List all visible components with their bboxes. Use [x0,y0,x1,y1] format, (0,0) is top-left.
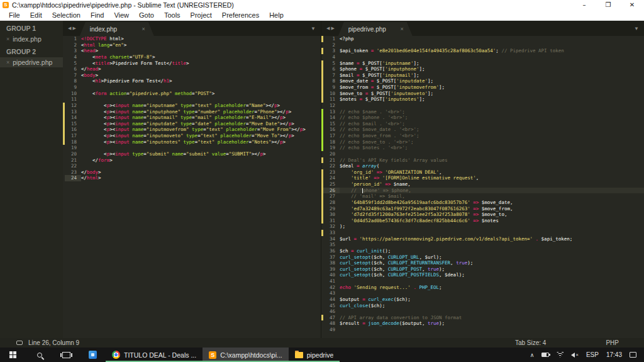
code-line[interactable]: 19 [63,145,321,151]
tab-close-icon[interactable]: × [401,26,408,32]
action-center-icon[interactable] [630,352,636,358]
code-line[interactable]: 47// API array data convertion to JSON f… [321,315,644,321]
code-line[interactable]: 23 'org_id' => 'ORGANIZATION DEAL', [321,169,644,176]
code-line[interactable]: 17// echo $move_from . '<br>'; [321,133,644,139]
code-line[interactable]: 2<html lang="en"> [63,42,321,48]
code-line[interactable]: 48$result = json_decode($output, true); [321,320,644,327]
code-line[interactable]: 8 <h1>Pipedrive Form Test</h1> [63,78,321,84]
tab-list-dropdown-icon[interactable]: ▼ [311,26,316,31]
wifi-icon[interactable] [557,352,564,358]
tab-close-icon[interactable]: × [142,26,149,32]
code-line[interactable]: 33 [321,230,644,236]
menu-help[interactable]: Help [264,11,289,19]
tray-expand-icon[interactable]: ∧ [530,352,535,358]
menu-goto[interactable]: Goto [134,11,159,19]
taskbar-chrome-button[interactable]: TITULO DEAL - Deals ... [106,348,203,362]
code-line[interactable]: 10$move_to = $_POST['inputmoveto']; [321,91,644,97]
volume-muted-icon[interactable]: × [571,352,579,358]
code-line[interactable]: 22 [63,163,321,169]
code-line[interactable]: 14 <p><input name="inputmail" type="mail… [63,115,321,121]
language-indicator[interactable]: ESP [586,351,599,358]
taskbar-sublime-button[interactable]: S C:\xampp\htdocs\pi... [203,348,289,362]
code-line[interactable]: 31 '0d4d52ad0be57436fc3df7c8adecf825bb44… [321,218,644,224]
code-line[interactable]: 7<body> [63,72,321,79]
code-line[interactable]: 37curl_setopt($ch, CURLOPT_URL, $url); [321,254,644,261]
code-line[interactable]: 45curl_close($ch); [321,303,644,309]
search-button[interactable] [26,348,53,362]
code-line[interactable]: 29 'ed7a32489c63a1f9972f2eabc83047f08761… [321,206,644,212]
code-line[interactable]: 39curl_setopt($ch, CURLOPT_POST, true); [321,266,644,273]
code-line[interactable]: 11 [63,96,321,103]
tab-list-dropdown-icon[interactable]: ▼ [634,26,639,31]
code-line[interactable]: 28 '64b859f1dd2d8be426a95619aafc6bdc8305… [321,200,644,206]
code-line[interactable]: 36$ch = curl_init(); [321,248,644,254]
menu-preferences[interactable]: Preferences [217,11,264,19]
code-line[interactable]: 12 [321,103,644,109]
code-line[interactable]: 44$output = curl_exec($ch); [321,297,644,303]
task-view-button[interactable] [53,348,79,362]
menu-project[interactable]: Project [186,11,217,19]
code-line[interactable]: 25 'person_id' => $name, [321,181,644,188]
close-icon[interactable]: × [6,59,9,65]
code-line[interactable]: 5$name = $_POST['inputname']; [321,60,644,67]
tab-nav-arrows[interactable]: ◀▶ [321,26,338,36]
code-line[interactable]: 32); [321,223,644,230]
code-line[interactable]: 6</head> [63,66,321,72]
code-line[interactable]: 7$mail = $_POST['inputmail']; [321,72,644,79]
maximize-button[interactable]: ❐ [596,0,620,10]
code-line[interactable]: 46 [321,308,644,315]
code-line[interactable]: 13 <p><input name="inputphone" type="num… [63,109,321,115]
code-line[interactable]: 40curl_setopt($ch, CURLOPT_POSTFIELDS, $… [321,272,644,278]
code-line[interactable]: 17 <p><input name="inputmoveto" type="te… [63,133,321,139]
pinned-app-button[interactable] [79,348,106,362]
menu-file[interactable]: File [4,11,25,19]
code-line[interactable]: 34$url = 'https://palmerstonmoving2.pipe… [321,236,644,242]
code-line[interactable]: 4 [321,54,644,60]
code-line[interactable]: 38curl_setopt($ch, CURLOPT_RETURNTRANSFE… [321,260,644,266]
code-line[interactable]: 8$move_date = $_POST['inputdate']; [321,78,644,84]
code-line[interactable]: 24 'title' => '[FORM]Online estimative r… [321,175,644,181]
code-line[interactable]: 35 [321,242,644,248]
code-line[interactable]: 23</body> [63,169,321,176]
code-line[interactable]: 19// echo $notes . '<br>'; [321,145,644,151]
syntax-indicator[interactable]: PHP [606,339,619,346]
code-line[interactable]: 18// echo $move_to . '<br>'; [321,139,644,145]
code-line[interactable]: 5 <title>Pipedrive Form Test</title> [63,60,321,67]
menu-edit[interactable]: Edit [25,11,47,19]
code-line[interactable]: 42echo 'Sending request...' . PHP_EOL; [321,285,644,291]
code-line[interactable]: 26 // 'phone' => $phone, [321,188,644,194]
code-line[interactable]: 3<head> [63,48,321,54]
code-line[interactable]: 1<!DOCTYPE html> [63,36,321,42]
sidebar-item-index-php[interactable]: × index.php [0,34,63,44]
code-line[interactable]: 21 </form> [63,157,321,164]
code-line[interactable]: 16 <p><input name="inputmovefrom" type="… [63,127,321,133]
taskbar-explorer-button[interactable]: pipedrive [289,348,340,362]
code-line[interactable]: 9 [63,84,321,91]
tab-index-php[interactable]: index.php × [80,22,154,36]
minimize-button[interactable]: – [572,0,596,10]
code-line[interactable]: 49 [321,327,644,333]
code-editor-index-php[interactable]: 1<!DOCTYPE html>2<html lang="en">3<head>… [63,36,321,338]
code-line[interactable]: 13// echo $name . '<br>'; [321,109,644,115]
code-line[interactable]: 20 [321,151,644,157]
clock[interactable]: 17:43 [606,351,622,358]
code-line[interactable]: 4 <meta charset="UTF-8"> [63,54,321,60]
code-line[interactable]: 21// Deal's API Key fields' Array values [321,157,644,164]
code-editor-pipedrive-php[interactable]: 1<?php23$api_token = 'e8e201bed6e04e154f… [321,36,644,338]
tab-nav-arrows[interactable]: ◀▶ [63,26,80,36]
code-line[interactable]: 18 <p><input name="inputnotes" type="tex… [63,139,321,145]
code-line[interactable]: 2 [321,42,644,48]
menu-view[interactable]: View [109,11,134,19]
code-line[interactable]: 15// echo $mail . '<br>'; [321,121,644,127]
close-button[interactable]: ✕ [620,0,644,10]
tab-pipedrive-php[interactable]: pipedrive.php × [338,22,413,36]
code-line[interactable]: 24</html> [63,175,321,181]
code-line[interactable]: 11$notes = $_POST['inputnotes']; [321,96,644,103]
code-line[interactable]: 16// echo $move_date . '<br>'; [321,127,644,133]
menu-selection[interactable]: Selection [47,11,86,19]
code-line[interactable]: 22$deal = array( [321,163,644,169]
code-line[interactable]: 15 <p><input name="inputdate" type="date… [63,121,321,127]
code-line[interactable]: 6$phone = $_POST['inputphone']; [321,66,644,72]
battery-icon[interactable] [541,353,549,357]
code-line[interactable]: 12 <p><input name="inputname" type="text… [63,103,321,109]
